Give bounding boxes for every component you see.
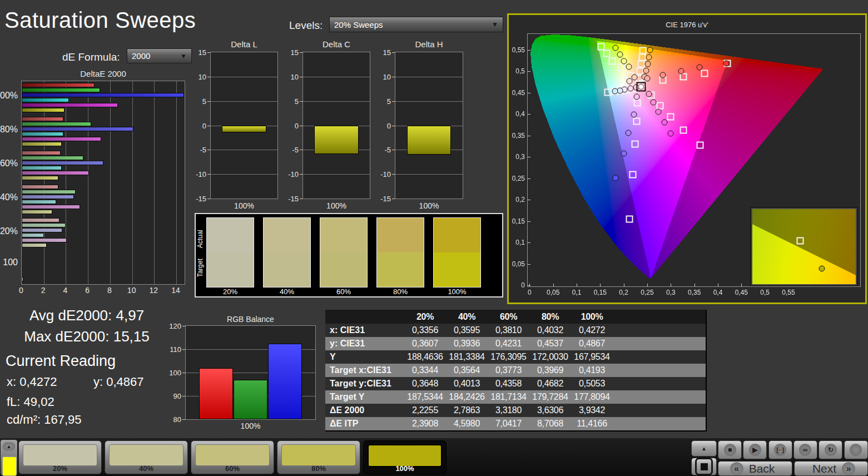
tick-mark bbox=[300, 52, 302, 53]
tick-mark bbox=[300, 126, 302, 126]
play-button[interactable]: ▶ bbox=[743, 440, 767, 459]
y-tick-label: 110 bbox=[170, 345, 181, 354]
cie-measured-dot-magenta bbox=[651, 99, 657, 105]
row-label: Target Y bbox=[325, 390, 404, 404]
table-header-cell: 40% bbox=[446, 310, 488, 324]
deltae-x-axis: 02468101214 bbox=[21, 286, 185, 297]
cie-target-square-magenta bbox=[680, 126, 687, 133]
swatch-label: 60% bbox=[320, 287, 368, 296]
tick-mark bbox=[528, 93, 530, 93]
swatch-label: 80% bbox=[376, 287, 424, 296]
levels-dropdown[interactable]: 20% Sweeps ▼ bbox=[329, 17, 503, 32]
deltae-bar-blue bbox=[22, 228, 62, 232]
deltae-bar-magenta bbox=[22, 238, 67, 242]
tick-mark bbox=[528, 178, 530, 179]
y-tick-label: -5 bbox=[292, 146, 299, 154]
gridline bbox=[211, 77, 277, 77]
gridline bbox=[88, 81, 88, 284]
tick-mark bbox=[392, 101, 395, 102]
y-tick-label: 90 bbox=[173, 392, 181, 400]
cie-measured-dot-red bbox=[697, 65, 703, 71]
de-formula-dropdown[interactable]: 2000 ▼ bbox=[127, 48, 192, 63]
tick-mark bbox=[300, 199, 302, 199]
row-label: Target y:CIE31 bbox=[325, 377, 404, 390]
y-tick-label: 5 bbox=[295, 97, 299, 105]
max-de2000: Max dE2000: 15,15 bbox=[0, 328, 173, 345]
page-title: Saturation Sweeps bbox=[4, 8, 196, 33]
y-tick-label: -10 bbox=[380, 170, 391, 178]
tick-mark bbox=[528, 50, 530, 51]
refresh-button[interactable]: ↻ bbox=[819, 440, 842, 459]
cie-measured-dot-red bbox=[678, 68, 684, 74]
target-swatch bbox=[434, 252, 480, 287]
swatch-100% bbox=[433, 217, 481, 287]
table-row: Target x:CIE310,33440,35640,37730,39690,… bbox=[325, 364, 706, 377]
tick-mark bbox=[207, 52, 210, 53]
cie-y-tick-label: 0,35 bbox=[512, 132, 525, 140]
swatch-label: 20% bbox=[206, 287, 254, 296]
actual-swatch bbox=[377, 218, 424, 252]
deltae-chart-title: DeltaE 2000 bbox=[21, 69, 185, 78]
gridline bbox=[154, 81, 155, 284]
table-header-cell bbox=[325, 310, 404, 324]
app-window: Saturation Sweeps dE Formula: 2000 ▼ Del… bbox=[0, 0, 868, 476]
deltae-bar-magenta bbox=[22, 103, 118, 107]
cell-value: 0,4231 bbox=[488, 337, 529, 350]
collapse-up-icon[interactable]: ▲ bbox=[3, 442, 15, 451]
segment-button[interactable]: [··] bbox=[768, 440, 792, 459]
row-fill bbox=[613, 324, 706, 337]
swatch-label: 40% bbox=[263, 287, 311, 296]
deltae-bar-cyan bbox=[22, 98, 69, 102]
next-button[interactable]: Next » bbox=[794, 461, 868, 476]
group-label: 100% bbox=[0, 91, 18, 101]
row-label: ΔE ITP bbox=[325, 417, 404, 430]
pattern-window-button[interactable] bbox=[691, 458, 717, 475]
delta_h-bar bbox=[407, 126, 452, 155]
y-tick-label: -15 bbox=[288, 195, 299, 203]
back-button-label: Back bbox=[749, 462, 775, 475]
tick-mark bbox=[207, 199, 210, 199]
deltae-bar-red bbox=[22, 185, 58, 189]
tick-mark bbox=[695, 284, 695, 286]
patch-button-80%[interactable]: 80% bbox=[277, 440, 360, 474]
cell-value: 0,4867 bbox=[571, 337, 613, 350]
cie-x-tick-label: 0 bbox=[523, 289, 536, 296]
patch-swatch bbox=[281, 444, 356, 466]
patch-button-100%[interactable]: 100% bbox=[363, 440, 447, 474]
de-formula-label: dE Formula: bbox=[62, 51, 120, 63]
cie-measured-dot-red bbox=[659, 72, 666, 78]
cie-measured-dot-blue bbox=[634, 94, 640, 100]
tick-mark bbox=[182, 419, 185, 420]
x-tick-label: 8 bbox=[107, 286, 112, 295]
transport-up-button[interactable]: ▲ bbox=[691, 440, 717, 457]
cie-y-tick-label: 0,15 bbox=[512, 217, 525, 225]
cell-value: 2,7863 bbox=[446, 404, 488, 417]
patch-swatch bbox=[109, 444, 183, 466]
cell-value: 184,2426 bbox=[446, 390, 488, 404]
table-header-row: 20%40%60%80%100% bbox=[325, 310, 706, 324]
back-button[interactable]: « Back bbox=[718, 461, 792, 476]
deltae-bar-cyan bbox=[22, 233, 44, 237]
cie-target-square-red bbox=[701, 70, 708, 77]
cie-white-point-dot bbox=[638, 84, 644, 90]
tick-mark bbox=[741, 284, 742, 286]
group-label: 40% bbox=[0, 192, 18, 202]
tick-mark bbox=[528, 285, 530, 286]
actual-swatch bbox=[264, 218, 310, 252]
y-tick-label: 5 bbox=[202, 97, 206, 105]
cell-value: 11,4166 bbox=[571, 417, 613, 430]
stop-button[interactable]: ■ bbox=[718, 440, 742, 459]
inset-target-square bbox=[796, 237, 803, 244]
cie-x-tick-label: 0,5 bbox=[758, 289, 772, 296]
patch-button-60%[interactable]: 60% bbox=[191, 440, 274, 474]
deltae-bar-red bbox=[22, 83, 95, 87]
blank-button[interactable] bbox=[844, 440, 868, 459]
cie-y-tick-label: 0,45 bbox=[512, 89, 525, 97]
tick-mark bbox=[392, 77, 395, 77]
cie-measured-dot-red bbox=[644, 76, 651, 82]
infinity-button[interactable]: ∞ bbox=[793, 440, 817, 459]
patch-button-40%[interactable]: 40% bbox=[105, 440, 188, 474]
deltae-bar-blue bbox=[22, 93, 184, 97]
cie-x-tick-label: 0,3 bbox=[664, 289, 677, 296]
patch-button-20%[interactable]: 20% bbox=[18, 440, 102, 474]
